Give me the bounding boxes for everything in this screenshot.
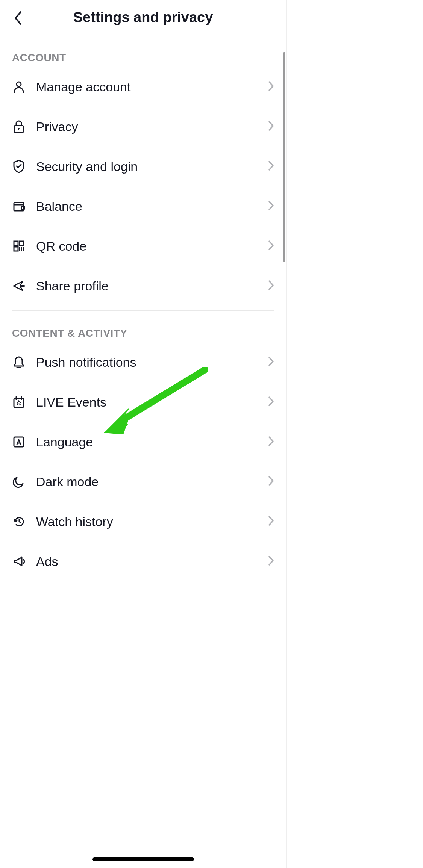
row-label: Privacy	[36, 119, 258, 134]
chevron-left-icon	[13, 11, 23, 26]
row-label: Manage account	[36, 80, 258, 94]
row-label: Language	[36, 435, 258, 449]
lock-icon	[12, 120, 26, 133]
row-share-profile[interactable]: Share profile	[12, 266, 274, 306]
row-security-login[interactable]: Security and login	[12, 147, 274, 186]
back-button[interactable]	[11, 11, 26, 26]
chevron-right-icon	[268, 396, 274, 408]
chevron-right-icon	[268, 160, 274, 172]
chevron-right-icon	[268, 200, 274, 212]
row-label: Push notifications	[36, 355, 258, 370]
chevron-right-icon	[268, 476, 274, 488]
moon-icon	[12, 475, 26, 488]
row-qr-code[interactable]: QR code	[12, 226, 274, 266]
share-icon	[12, 279, 26, 293]
bell-icon	[12, 355, 26, 369]
chevron-right-icon	[268, 121, 274, 133]
chevron-right-icon	[268, 81, 274, 93]
row-ads[interactable]: Ads	[12, 541, 274, 581]
row-label: Ads	[36, 554, 258, 569]
svg-rect-7	[20, 241, 24, 245]
row-label: LIVE Events	[36, 395, 258, 410]
calendar-icon	[12, 395, 26, 409]
row-push-notifications[interactable]: Push notifications	[12, 342, 274, 382]
history-icon	[12, 515, 26, 528]
row-live-events[interactable]: LIVE Events	[12, 382, 274, 422]
header-bar: Settings and privacy	[0, 0, 286, 35]
page-title: Settings and privacy	[0, 9, 286, 26]
section-header-account: ACCOUNT	[12, 35, 274, 67]
row-label: Balance	[36, 199, 258, 214]
svg-rect-8	[14, 247, 18, 251]
shield-icon	[12, 160, 26, 173]
svg-point-0	[17, 82, 21, 86]
wallet-icon	[12, 200, 26, 213]
settings-list: ACCOUNT Manage account	[0, 35, 286, 581]
chevron-right-icon	[268, 516, 274, 528]
chevron-right-icon	[268, 555, 274, 567]
svg-rect-16	[14, 437, 24, 447]
row-label: Dark mode	[36, 475, 258, 489]
section-header-content-activity: CONTENT & ACTIVITY	[12, 311, 274, 342]
row-label: Share profile	[36, 279, 258, 293]
row-label: QR code	[36, 239, 258, 254]
scrollbar[interactable]	[283, 52, 285, 262]
row-dark-mode[interactable]: Dark mode	[12, 462, 274, 502]
megaphone-icon	[12, 555, 26, 568]
row-label: Watch history	[36, 514, 258, 529]
chevron-right-icon	[268, 240, 274, 252]
language-icon	[12, 435, 26, 449]
home-indicator	[92, 857, 194, 861]
svg-rect-6	[14, 241, 18, 245]
row-label: Security and login	[36, 159, 258, 174]
row-watch-history[interactable]: Watch history	[12, 502, 274, 541]
chevron-right-icon	[268, 356, 274, 368]
chevron-right-icon	[268, 280, 274, 292]
row-balance[interactable]: Balance	[12, 186, 274, 226]
qr-icon	[12, 239, 26, 253]
row-manage-account[interactable]: Manage account	[12, 67, 274, 107]
chevron-right-icon	[268, 436, 274, 448]
row-privacy[interactable]: Privacy	[12, 107, 274, 147]
svg-rect-5	[21, 206, 24, 209]
user-icon	[12, 80, 26, 94]
row-language[interactable]: Language	[12, 422, 274, 462]
